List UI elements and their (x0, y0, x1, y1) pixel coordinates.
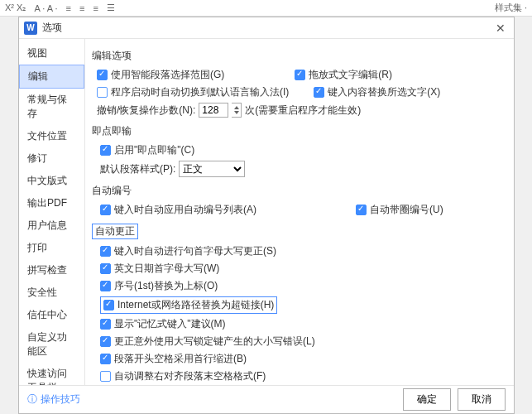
align-icon[interactable]: ≡ (93, 3, 98, 13)
dialog-title: 选项 (42, 21, 62, 35)
dialog-footer: ⓘ 操作技巧 确定 取消 (19, 385, 514, 413)
styles-dropdown[interactable]: 样式集 · (495, 2, 527, 14)
section-auto-number: 自动编号 (92, 184, 506, 198)
options-content: 编辑选项 使用智能段落选择范围(G) 拖放式文字编辑(R) 程序启动时自动切换到… (85, 39, 514, 385)
sidebar-item-user[interactable]: 用户信息 (19, 214, 84, 237)
sidebar-item-print[interactable]: 打印 (19, 237, 84, 259)
dialog-titlebar: W 选项 ✕ (19, 17, 514, 39)
sidebar-item-ribbon[interactable]: 自定义功能区 (19, 326, 84, 363)
tips-link[interactable]: ⓘ 操作技巧 (27, 392, 80, 407)
default-style-select[interactable]: 正文 (179, 161, 245, 177)
undo-spinner[interactable] (232, 103, 242, 118)
sidebar-item-security[interactable]: 安全性 (19, 282, 84, 304)
options-dialog: W 选项 ✕ 视图 编辑 常规与保存 文件位置 修订 中文版式 输出PDF 用户… (18, 17, 515, 414)
chk-auto-ime[interactable] (97, 87, 108, 98)
chk-ac-4[interactable] (100, 319, 111, 330)
sidebar-item-qat[interactable]: 快速访问工具栏 (19, 363, 84, 385)
align-icon[interactable]: ≡ (79, 3, 84, 13)
default-style-label: 默认段落样式(P): (100, 162, 175, 176)
options-sidebar: 视图 编辑 常规与保存 文件位置 修订 中文版式 输出PDF 用户信息 打印 拼… (19, 39, 85, 385)
undo-label: 撤销/恢复操作步数(N): (97, 104, 195, 118)
chk-ac-2[interactable] (100, 281, 111, 291)
undo-steps-input[interactable] (199, 103, 228, 118)
align-icon[interactable]: ≡ (66, 3, 71, 13)
chk-auto-number[interactable] (100, 205, 111, 215)
sidebar-item-pdf[interactable]: 输出PDF (19, 192, 84, 214)
list-icon[interactable]: ☰ (107, 2, 115, 13)
chk-circle-number[interactable] (356, 205, 367, 215)
section-edit-options: 编辑选项 (92, 49, 506, 63)
chk-ac-1[interactable] (100, 263, 111, 274)
hyperlink-option-highlight: Internet或网络路径替换为超链接(H) (100, 296, 277, 314)
sidebar-item-general[interactable]: 常规与保存 (19, 89, 84, 125)
sidebar-item-trust[interactable]: 信任中心 (19, 304, 84, 326)
info-icon: ⓘ (27, 392, 37, 407)
tb-script[interactable]: X² X₂ (5, 2, 26, 13)
sidebar-item-revision[interactable]: 修订 (19, 147, 84, 170)
sidebar-item-spell[interactable]: 拼写检查 (19, 259, 84, 282)
section-click-type: 即点即输 (92, 124, 506, 138)
app-icon: W (24, 22, 37, 35)
chk-drag-edit[interactable] (295, 70, 305, 80)
chk-ac-3[interactable] (103, 300, 114, 310)
tb-font[interactable]: A · A · (34, 3, 57, 13)
ok-button[interactable]: 确定 (403, 388, 451, 411)
chk-ac-6[interactable] (100, 354, 111, 364)
cancel-button[interactable]: 取消 (458, 388, 506, 411)
chk-replace-sel[interactable] (314, 87, 324, 98)
chk-ac-5[interactable] (100, 336, 111, 347)
sidebar-item-view[interactable]: 视图 (19, 42, 84, 65)
section-auto-correct: 自动更正 (92, 224, 506, 239)
chk-click-type[interactable] (100, 145, 111, 156)
sidebar-item-cjk[interactable]: 中文版式 (19, 170, 84, 192)
sidebar-item-filelocation[interactable]: 文件位置 (19, 125, 84, 147)
sidebar-item-edit[interactable]: 编辑 (19, 65, 84, 89)
close-icon[interactable]: ✕ (492, 22, 509, 35)
app-toolbar: X² X₂ A · A · ≡ ≡ ≡ ☰ 样式集 · (0, 0, 532, 17)
chk-ac-0[interactable] (100, 246, 111, 257)
chk-ac-7[interactable] (100, 371, 111, 382)
chk-smart-select[interactable] (97, 70, 108, 80)
